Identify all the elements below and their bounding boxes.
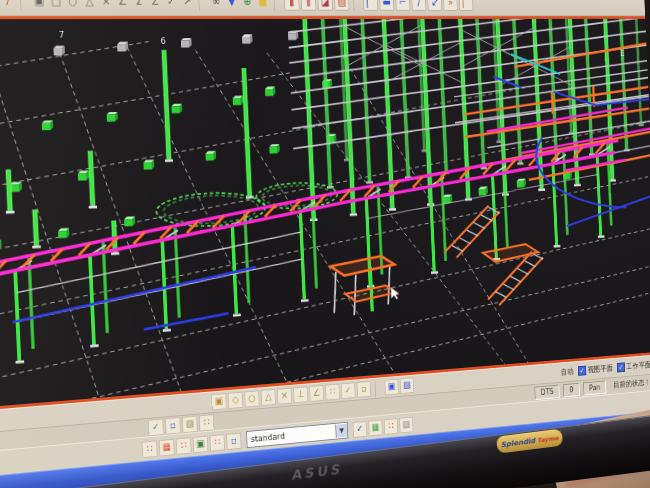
snap-checkbox-label: 视图平面 <box>587 363 612 376</box>
model-viewport[interactable]: 376E <box>0 19 650 408</box>
select-parts-icon[interactable]: ▦ <box>159 438 175 456</box>
snap-perp-icon[interactable]: ⊥ <box>293 386 308 403</box>
snap-depth-value: 0 <box>563 382 580 397</box>
create-beam-icon[interactable]: ▬ <box>379 0 394 10</box>
snap-free-icon[interactable]: ▫ <box>357 381 372 398</box>
status-box-icon[interactable]: ▫ <box>165 417 181 435</box>
arrow-ne-icon[interactable]: ↗ <box>180 0 195 9</box>
filter-funnel-icon[interactable]: ▼ <box>224 0 239 9</box>
grid-label: 7 <box>59 30 65 40</box>
snap-triangle-icon[interactable]: △ <box>82 0 97 9</box>
structural-model-3d <box>0 19 650 408</box>
select-all-icon[interactable]: ∷ <box>142 440 158 458</box>
snap-checkbox-1[interactable]: ✓视图平面 <box>578 363 613 376</box>
snap-checkbox-2[interactable]: ✓工作平面 <box>617 360 650 373</box>
filter-ok-icon[interactable]: ✓ <box>353 420 368 437</box>
snap-center-icon[interactable]: ○ <box>65 0 81 9</box>
pan-indicator[interactable]: Pan <box>583 380 607 395</box>
dts-toggle[interactable]: DTS <box>534 384 560 399</box>
check-icon[interactable]: ✓ <box>164 0 179 9</box>
mouse-cursor <box>391 286 400 299</box>
grid-label: E <box>620 49 625 58</box>
asus-logo: ASUS <box>290 461 343 482</box>
create-column-icon[interactable]: ▏ <box>363 0 378 10</box>
binoculars-icon[interactable]: ∞ <box>209 0 224 9</box>
selection-filter-value: standard <box>247 427 336 445</box>
checkbox-checked-icon[interactable]: ✓ <box>578 366 587 376</box>
plate-tool-icon[interactable]: ◪ <box>317 0 333 10</box>
sum-icon[interactable]: Σ <box>131 0 146 9</box>
create-twin-beam-icon[interactable]: » <box>443 0 458 10</box>
yellow-panel-icon[interactable]: ■ <box>256 0 270 9</box>
column-tool-icon[interactable]: ▮ <box>284 0 300 10</box>
grid-label: 6 <box>160 36 166 46</box>
snap-circle-icon[interactable]: ○ <box>244 390 259 407</box>
filter-hatch-icon[interactable]: ▨ <box>399 416 413 433</box>
chevron-down-icon[interactable]: ▼ <box>335 424 347 438</box>
create-curved-beam-icon[interactable]: ↙ <box>427 0 442 10</box>
snap-check-icon[interactable]: ✓ <box>341 382 356 399</box>
create-orange-member-icon[interactable]: ▏ <box>459 0 474 10</box>
snap-cross-icon[interactable]: × <box>277 388 292 405</box>
monitor-screen: ▤▦▣◫◆◧◨↙↗⊞▥■● ◆◇/▣□○△×∠ΣZ✓↗∞▼⊕■▮▮◪▨▏▬⌐/↙… <box>0 0 650 488</box>
select-bolts-icon[interactable]: ∷ <box>209 434 225 452</box>
create-polybeam-icon[interactable]: ⌐ <box>395 0 410 10</box>
snap-checkbox-0[interactable]: 自动 <box>561 366 574 378</box>
snap-checkbox-label: 工作平面 <box>626 360 650 372</box>
status-dots-icon[interactable]: ∷ <box>199 414 215 432</box>
snap-tri-icon[interactable]: △ <box>261 389 276 406</box>
snap-checkbox-label: 自动 <box>561 366 574 378</box>
filter-grid-icon[interactable]: ▦ <box>368 419 383 436</box>
photo-of-monitor: ▤▦▣◫◆◧◨↙↗⊞▥■● ◆◇/▣□○△×∠ΣZ✓↗∞▼⊕■▮▮◪▨▏▬⌐/↙… <box>0 0 650 488</box>
snap-depth-icon[interactable]: ▨ <box>400 377 414 394</box>
snap-endpoint-icon[interactable]: ▣ <box>31 0 47 9</box>
create-sloped-beam-icon[interactable]: / <box>411 0 426 10</box>
snap-grid-icon[interactable]: ∷ <box>325 384 340 401</box>
snap-settings-icon[interactable]: ⊕ <box>240 0 254 9</box>
toolbar-row-2: ◆◇/▣□○△×∠ΣZ✓↗∞▼⊕■▮▮◪▨▏▬⌐/↙»▏ <box>0 0 645 16</box>
status-check-icon[interactable]: ✓ <box>148 418 164 436</box>
snap-midpoint-icon[interactable]: □ <box>48 0 64 9</box>
status-hatch-icon[interactable]: ▨ <box>182 415 198 433</box>
snap-points-icon[interactable]: ▣ <box>211 393 227 410</box>
sticker-main-text: Splendid <box>500 436 535 448</box>
status-prompt: 目前的状态！ <box>613 377 650 391</box>
select-points-icon[interactable]: ▣ <box>193 435 209 453</box>
select-welds-icon[interactable]: ▫ <box>226 432 242 449</box>
construction-line-icon[interactable]: / <box>0 0 16 9</box>
filter-dots-icon[interactable]: ∷ <box>384 418 398 435</box>
snap-plane-icon[interactable]: ▣ <box>384 379 398 396</box>
select-components-icon[interactable]: ∷ <box>176 437 192 455</box>
snap-diamond-icon[interactable]: ◇ <box>228 392 244 409</box>
checkbox-checked-icon[interactable]: ✓ <box>617 362 625 372</box>
snap-perpendicular-icon[interactable]: ∠ <box>115 0 130 9</box>
sticker-sub-text: Tayme <box>537 434 559 444</box>
snap-angle-icon[interactable]: ∠ <box>309 385 324 402</box>
snap-intersection-icon[interactable]: × <box>98 0 113 9</box>
curved-plate-icon[interactable]: ▨ <box>334 0 350 10</box>
twin-column-icon[interactable]: ▮ <box>301 0 317 10</box>
snap-z-icon[interactable]: Z <box>147 0 162 9</box>
